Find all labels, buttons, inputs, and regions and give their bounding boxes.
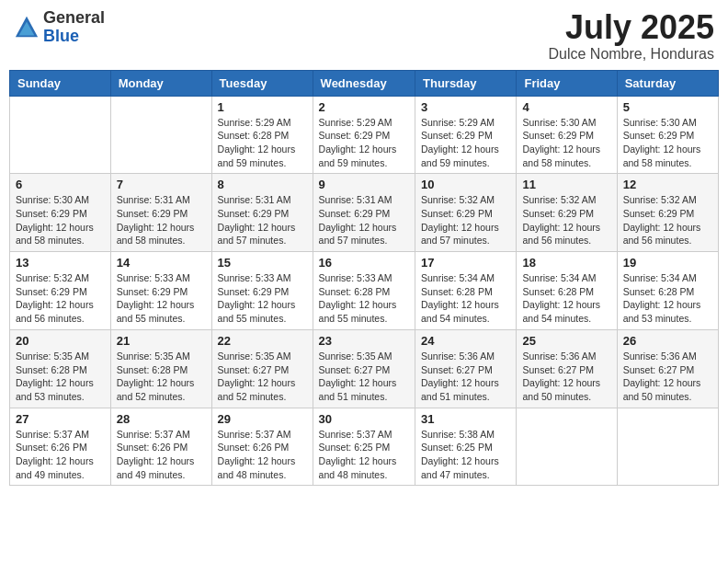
calendar-cell: 10Sunrise: 5:32 AM Sunset: 6:29 PM Dayli… [415, 174, 517, 252]
day-info: Sunrise: 5:32 AM Sunset: 6:29 PM Dayligh… [16, 271, 105, 326]
calendar-cell: 16Sunrise: 5:33 AM Sunset: 6:28 PM Dayli… [313, 252, 415, 330]
calendar-cell: 28Sunrise: 5:37 AM Sunset: 6:26 PM Dayli… [110, 408, 211, 486]
calendar-cell: 22Sunrise: 5:35 AM Sunset: 6:27 PM Dayli… [211, 329, 313, 408]
week-row-3: 13Sunrise: 5:32 AM Sunset: 6:29 PM Dayli… [10, 252, 719, 330]
calendar-cell: 27Sunrise: 5:37 AM Sunset: 6:26 PM Dayli… [10, 408, 111, 486]
calendar-cell: 12Sunrise: 5:32 AM Sunset: 6:29 PM Dayli… [617, 174, 718, 252]
calendar-header: SundayMondayTuesdayWednesdayThursdayFrid… [10, 70, 719, 96]
day-number: 28 [117, 412, 206, 426]
day-number: 2 [319, 100, 409, 114]
day-info: Sunrise: 5:36 AM Sunset: 6:27 PM Dayligh… [421, 350, 510, 404]
calendar-cell: 23Sunrise: 5:35 AM Sunset: 6:27 PM Dayli… [313, 329, 415, 408]
day-number: 15 [218, 256, 307, 270]
day-header-thursday: Thursday [415, 70, 517, 96]
location-subtitle: Dulce Nombre, Honduras [548, 46, 714, 63]
calendar-cell [617, 408, 718, 486]
day-info: Sunrise: 5:38 AM Sunset: 6:25 PM Dayligh… [421, 428, 510, 482]
calendar-cell: 19Sunrise: 5:34 AM Sunset: 6:28 PM Dayli… [617, 252, 718, 330]
logo-text: General Blue [43, 9, 105, 46]
day-number: 1 [218, 100, 307, 114]
day-number: 5 [623, 100, 712, 114]
logo-blue: Blue [43, 28, 105, 46]
calendar-cell: 14Sunrise: 5:33 AM Sunset: 6:29 PM Dayli… [110, 252, 211, 330]
day-info: Sunrise: 5:31 AM Sunset: 6:29 PM Dayligh… [319, 193, 409, 247]
day-number: 31 [421, 412, 510, 426]
calendar-cell: 9Sunrise: 5:31 AM Sunset: 6:29 PM Daylig… [313, 174, 415, 252]
day-number: 10 [421, 178, 510, 191]
day-info: Sunrise: 5:31 AM Sunset: 6:29 PM Dayligh… [117, 193, 206, 247]
calendar-cell: 26Sunrise: 5:36 AM Sunset: 6:27 PM Dayli… [617, 329, 718, 408]
calendar-cell: 15Sunrise: 5:33 AM Sunset: 6:29 PM Dayli… [211, 252, 313, 330]
day-number: 19 [623, 256, 712, 270]
day-number: 29 [218, 412, 307, 426]
day-number: 27 [16, 412, 105, 426]
day-info: Sunrise: 5:36 AM Sunset: 6:27 PM Dayligh… [522, 350, 610, 404]
day-number: 4 [522, 100, 610, 114]
day-number: 24 [421, 334, 510, 348]
day-info: Sunrise: 5:35 AM Sunset: 6:28 PM Dayligh… [117, 350, 206, 404]
calendar-cell: 31Sunrise: 5:38 AM Sunset: 6:25 PM Dayli… [415, 408, 517, 486]
day-number: 18 [522, 256, 610, 270]
day-info: Sunrise: 5:32 AM Sunset: 6:29 PM Dayligh… [522, 193, 610, 247]
day-info: Sunrise: 5:37 AM Sunset: 6:25 PM Dayligh… [319, 428, 409, 482]
day-number: 23 [319, 334, 409, 348]
day-info: Sunrise: 5:29 AM Sunset: 6:29 PM Dayligh… [421, 116, 510, 170]
day-info: Sunrise: 5:37 AM Sunset: 6:26 PM Dayligh… [218, 428, 307, 482]
calendar-cell: 4Sunrise: 5:30 AM Sunset: 6:29 PM Daylig… [517, 96, 617, 174]
day-info: Sunrise: 5:29 AM Sunset: 6:28 PM Dayligh… [218, 116, 307, 170]
day-info: Sunrise: 5:35 AM Sunset: 6:28 PM Dayligh… [16, 350, 105, 404]
day-info: Sunrise: 5:32 AM Sunset: 6:29 PM Dayligh… [623, 193, 712, 247]
week-row-1: 1Sunrise: 5:29 AM Sunset: 6:28 PM Daylig… [10, 96, 719, 174]
calendar-cell: 21Sunrise: 5:35 AM Sunset: 6:28 PM Dayli… [110, 329, 211, 408]
day-info: Sunrise: 5:37 AM Sunset: 6:26 PM Dayligh… [16, 428, 105, 482]
logo-icon [14, 15, 40, 40]
day-number: 21 [117, 334, 206, 348]
calendar-cell [10, 96, 111, 174]
day-info: Sunrise: 5:35 AM Sunset: 6:27 PM Dayligh… [319, 350, 409, 404]
calendar-cell: 5Sunrise: 5:30 AM Sunset: 6:29 PM Daylig… [617, 96, 718, 174]
day-number: 17 [421, 256, 510, 270]
day-info: Sunrise: 5:34 AM Sunset: 6:28 PM Dayligh… [421, 271, 510, 326]
day-info: Sunrise: 5:30 AM Sunset: 6:29 PM Dayligh… [16, 193, 105, 247]
day-number: 7 [117, 178, 206, 191]
calendar-cell: 8Sunrise: 5:31 AM Sunset: 6:29 PM Daylig… [211, 174, 313, 252]
calendar-cell: 13Sunrise: 5:32 AM Sunset: 6:29 PM Dayli… [10, 252, 111, 330]
week-row-4: 20Sunrise: 5:35 AM Sunset: 6:28 PM Dayli… [10, 329, 719, 408]
calendar-cell: 7Sunrise: 5:31 AM Sunset: 6:29 PM Daylig… [110, 174, 211, 252]
day-info: Sunrise: 5:34 AM Sunset: 6:28 PM Dayligh… [623, 271, 712, 326]
calendar-cell [517, 408, 617, 486]
month-year-title: July 2025 [548, 9, 714, 46]
day-header-tuesday: Tuesday [211, 70, 313, 96]
calendar-cell: 6Sunrise: 5:30 AM Sunset: 6:29 PM Daylig… [10, 174, 111, 252]
day-number: 8 [218, 178, 307, 191]
day-info: Sunrise: 5:33 AM Sunset: 6:29 PM Dayligh… [218, 271, 307, 326]
calendar-cell: 18Sunrise: 5:34 AM Sunset: 6:28 PM Dayli… [517, 252, 617, 330]
day-number: 30 [319, 412, 409, 426]
day-header-monday: Monday [110, 70, 211, 96]
calendar-cell: 1Sunrise: 5:29 AM Sunset: 6:28 PM Daylig… [211, 96, 313, 174]
day-header-wednesday: Wednesday [313, 70, 415, 96]
day-info: Sunrise: 5:34 AM Sunset: 6:28 PM Dayligh… [522, 271, 610, 326]
calendar-cell: 11Sunrise: 5:32 AM Sunset: 6:29 PM Dayli… [517, 174, 617, 252]
day-number: 20 [16, 334, 105, 348]
day-number: 25 [522, 334, 610, 348]
day-info: Sunrise: 5:32 AM Sunset: 6:29 PM Dayligh… [421, 193, 510, 247]
day-header-friday: Friday [517, 70, 617, 96]
day-number: 13 [16, 256, 105, 270]
day-info: Sunrise: 5:35 AM Sunset: 6:27 PM Dayligh… [218, 350, 307, 404]
day-number: 3 [421, 100, 510, 114]
calendar-cell: 3Sunrise: 5:29 AM Sunset: 6:29 PM Daylig… [415, 96, 517, 174]
calendar-cell: 25Sunrise: 5:36 AM Sunset: 6:27 PM Dayli… [517, 329, 617, 408]
logo-general: General [43, 9, 105, 28]
day-info: Sunrise: 5:37 AM Sunset: 6:26 PM Dayligh… [117, 428, 206, 482]
day-number: 16 [319, 256, 409, 270]
day-info: Sunrise: 5:31 AM Sunset: 6:29 PM Dayligh… [218, 193, 307, 247]
day-number: 26 [623, 334, 712, 348]
day-info: Sunrise: 5:36 AM Sunset: 6:27 PM Dayligh… [623, 350, 712, 404]
logo: General Blue [14, 9, 105, 46]
page-header: General Blue July 2025 Dulce Nombre, Hon… [9, 9, 719, 63]
day-info: Sunrise: 5:29 AM Sunset: 6:29 PM Dayligh… [319, 116, 409, 170]
title-block: July 2025 Dulce Nombre, Honduras [548, 9, 714, 63]
calendar-cell: 2Sunrise: 5:29 AM Sunset: 6:29 PM Daylig… [313, 96, 415, 174]
day-number: 9 [319, 178, 409, 191]
